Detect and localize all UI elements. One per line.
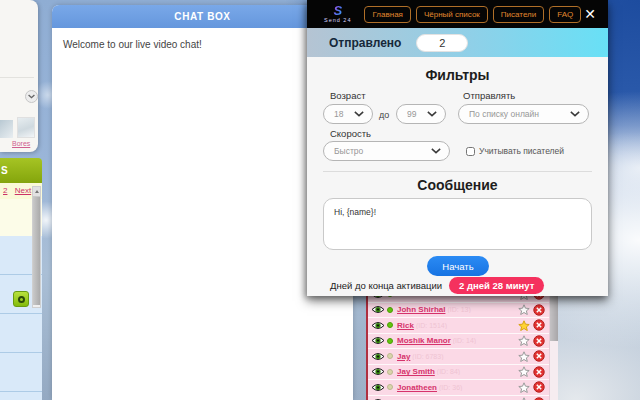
sent-label: Отправлено — [329, 36, 401, 50]
writers-checkbox-row: Учитывать писателей — [466, 146, 564, 156]
chevron-down-icon — [431, 148, 441, 154]
start-button[interactable]: Начать — [427, 256, 489, 276]
chevron-down-icon — [28, 94, 35, 99]
member-name-link[interactable]: Rick — [397, 321, 414, 330]
member-name-link[interactable]: John Shirhal — [397, 305, 445, 314]
sent-count: 2 — [416, 34, 468, 52]
tab-writers[interactable]: Писатели — [493, 6, 544, 23]
next-page-link[interactable]: Next — [15, 186, 31, 195]
member-row: Jay Smith (ID: 84) — [368, 365, 549, 381]
send24-logo-icon: S — [333, 4, 342, 17]
member-id: (ID: 84) — [437, 368, 518, 375]
divider — [0, 77, 34, 78]
chevron-down-icon — [354, 111, 364, 117]
remove-icon[interactable] — [533, 304, 545, 316]
send-label: Отправлять — [463, 90, 515, 101]
star-icon[interactable] — [518, 382, 530, 393]
send24-popup: S Send 24 Главная Чёрный список Писатели… — [307, 0, 608, 296]
remove-icon[interactable] — [533, 381, 545, 393]
popup-topbar: S Send 24 Главная Чёрный список Писатели… — [307, 0, 608, 28]
star-icon[interactable] — [518, 335, 530, 346]
chat-welcome-message: Welcome to our live video chat! — [63, 39, 202, 50]
message-input[interactable]: Hi, {name}! — [323, 198, 592, 250]
age-to-select[interactable]: 99 — [396, 104, 446, 124]
remove-icon[interactable] — [533, 350, 545, 362]
age-label: Возраст — [330, 90, 366, 101]
member-list-scrollbar[interactable] — [549, 287, 558, 400]
member-row: Uturo (ID: 398) — [368, 396, 549, 400]
left-scrollbar[interactable] — [32, 186, 41, 308]
speed-value: Быстро — [334, 146, 427, 156]
member-row: Jonatheen (ID: 36) — [368, 380, 549, 396]
member-row: Jay (ID: 6783) — [368, 349, 549, 365]
online-status-dot — [387, 353, 393, 359]
member-name-link[interactable]: Jay — [397, 352, 410, 361]
remove-icon[interactable] — [533, 319, 545, 331]
sent-count-value: 2 — [439, 37, 445, 49]
eye-icon[interactable] — [371, 383, 385, 392]
writers-checkbox-label[interactable]: Учитывать писателей — [479, 146, 564, 156]
age-to-word: до — [379, 110, 389, 120]
chat-header-title: CHAT BOX — [174, 11, 230, 22]
eye-icon[interactable] — [371, 352, 385, 361]
filters-title: Фильтры — [307, 67, 608, 83]
online-status-dot — [387, 307, 393, 313]
member-id: (ID: 13) — [447, 306, 518, 313]
send-mode-select[interactable]: По списку онлайн — [458, 104, 589, 124]
thumbnail-image[interactable] — [0, 120, 13, 138]
speed-select[interactable]: Быстро — [323, 141, 450, 161]
brand: S Send 24 — [316, 4, 359, 24]
left-list-panel: S 2 Next — [0, 158, 42, 400]
activation-label: Дней до конца активации — [330, 280, 442, 291]
remove-icon[interactable] — [533, 335, 545, 347]
member-name-link[interactable]: Moshik Manor — [397, 336, 451, 345]
online-status-dot — [387, 322, 393, 328]
page-link[interactable]: 2 — [3, 186, 7, 195]
member-id: (ID: 1514) — [416, 322, 518, 329]
thumbnail-link[interactable]: Bores — [12, 140, 30, 147]
star-icon[interactable] — [518, 320, 530, 331]
close-icon[interactable]: ✕ — [581, 6, 599, 22]
tab-faq[interactable]: FAQ — [549, 6, 581, 23]
dropdown-button[interactable] — [25, 90, 38, 103]
popup-tabs: Главная Чёрный список Писатели FAQ — [364, 6, 581, 23]
speed-label: Скорость — [330, 128, 371, 139]
eye-icon[interactable] — [371, 305, 385, 314]
eye-icon[interactable] — [371, 336, 385, 345]
member-id: (ID: 36) — [439, 384, 518, 391]
online-status-dot — [387, 384, 393, 390]
member-row: Moshik Manor (ID: 14) — [368, 334, 549, 350]
scrollbar-thumb[interactable] — [33, 197, 40, 305]
tab-blacklist[interactable]: Чёрный список — [416, 6, 488, 23]
screen: Bores S 2 Next CHAT BOX Welcome to our l… — [0, 0, 640, 400]
member-row: Rick (ID: 1514) — [368, 318, 549, 334]
divider — [323, 171, 592, 172]
scrollbar-thumb[interactable] — [550, 293, 558, 341]
send-mode-value: По списку онлайн — [469, 109, 566, 119]
writers-checkbox[interactable] — [466, 147, 475, 156]
tab-main[interactable]: Главная — [364, 6, 410, 23]
member-name-link[interactable]: Jay Smith — [397, 367, 435, 376]
activation-row: Дней до конца активации 2 дней 28 минут — [330, 277, 544, 294]
thumbnail-image[interactable] — [17, 117, 35, 138]
activation-badge: 2 дней 28 минут — [449, 277, 544, 294]
eye-icon[interactable] — [371, 367, 385, 376]
age-from-select[interactable]: 18 — [323, 104, 373, 124]
member-id: (ID: 14) — [453, 337, 518, 344]
age-from-value: 18 — [334, 109, 350, 119]
eye-icon[interactable] — [371, 321, 385, 330]
scroll-up-arrow[interactable] — [33, 187, 40, 197]
star-icon[interactable] — [518, 304, 530, 315]
list-header: S — [0, 158, 42, 183]
online-status-dot — [387, 338, 393, 344]
remove-icon[interactable] — [533, 366, 545, 378]
star-icon[interactable] — [518, 366, 530, 377]
webcam-icon[interactable] — [13, 291, 29, 307]
list-header-text: S — [1, 165, 8, 176]
member-id: (ID: 6783) — [412, 353, 518, 360]
chevron-down-icon — [570, 111, 580, 117]
left-top-panel: Bores — [0, 0, 38, 152]
star-icon[interactable] — [518, 351, 530, 362]
member-name-link[interactable]: Jonatheen — [397, 383, 437, 392]
brand-name: Send 24 — [324, 18, 352, 24]
